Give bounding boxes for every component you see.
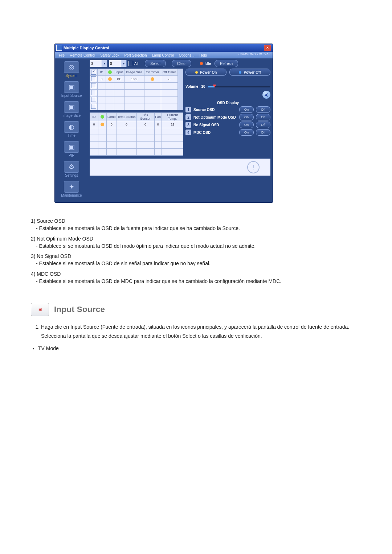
row-checkbox[interactable] <box>91 83 96 88</box>
osd-off-button[interactable]: Off <box>256 129 270 136</box>
menu-port-selection[interactable]: Port Selection <box>122 53 149 57</box>
badge-4: 4 <box>185 130 191 135</box>
sidebar-label: Time <box>56 134 87 138</box>
table-row[interactable] <box>90 135 183 142</box>
item-1-desc: - Establece si se mostrará la OSD de la … <box>31 225 363 232</box>
table-row[interactable]: 0 PC 16:9 ○ <box>90 76 178 83</box>
row-checkbox[interactable] <box>91 97 96 102</box>
tv-mode-bullet: TV Mode <box>38 345 363 352</box>
osd-label: Source OSD <box>193 108 237 112</box>
table-row[interactable]: 0 0 0 0 0 32 <box>90 121 183 128</box>
mode-list: TV Mode <box>31 345 363 352</box>
col-id: ID <box>90 113 98 121</box>
table-row[interactable] <box>90 103 178 110</box>
table-row[interactable] <box>90 97 178 103</box>
speaker-icon-button[interactable]: ◀) <box>262 91 270 99</box>
sidebar-label: Input Source <box>56 94 87 98</box>
table-row[interactable] <box>90 128 183 135</box>
menu-safety-lock[interactable]: Safety Lock <box>98 53 122 57</box>
table-row[interactable] <box>90 83 178 90</box>
cell-id: 0 <box>98 76 106 83</box>
row-checkbox[interactable] <box>91 104 96 109</box>
app-window: Multiple Display Control × File Remote C… <box>54 44 273 203</box>
cell-input: PC <box>114 76 124 83</box>
menu-remote-control[interactable]: Remote Control <box>67 53 98 57</box>
power-off-button[interactable]: Power Off <box>229 69 270 76</box>
cell-temp-status: 0 <box>117 121 136 128</box>
cell-br-sensor: 0 <box>136 121 154 128</box>
id1-value: 0 <box>90 62 102 66</box>
menu-options[interactable]: Options... <box>176 53 197 57</box>
close-button[interactable]: × <box>264 45 271 51</box>
sidebar-label: Image Size <box>56 114 87 118</box>
time-icon: ◐ <box>64 121 79 133</box>
select-button[interactable]: Select <box>145 60 166 67</box>
table-row[interactable] <box>90 90 178 97</box>
sidebar-item-settings[interactable]: ⚙ Settings <box>56 160 87 178</box>
col-check <box>90 69 98 76</box>
table-row[interactable] <box>90 142 183 149</box>
image-size-icon: ▣ <box>64 101 79 113</box>
row-checkbox[interactable] <box>91 76 96 81</box>
volume-label: Volume <box>185 85 198 89</box>
idle-label: Idle <box>205 62 211 66</box>
osd-on-button[interactable]: On <box>239 106 254 113</box>
sidebar-label: Maintenance <box>56 193 87 197</box>
id1-combo[interactable]: 0 ▼ <box>90 60 107 67</box>
power-off-label: Power Off <box>244 70 261 74</box>
sidebar-item-maintenance[interactable]: ✦ Maintenance <box>56 180 87 198</box>
sidebar-item-pip[interactable]: ▣ PIP <box>56 140 87 158</box>
power-on-dot-icon <box>195 71 198 74</box>
sidebar-item-time[interactable]: ◐ Time <box>56 120 87 138</box>
power-on-label: Power On <box>200 70 217 74</box>
id2-combo[interactable]: 0 ▼ <box>109 60 127 67</box>
input-source-icon: ▣ <box>64 81 79 93</box>
header-checkbox[interactable] <box>91 70 96 75</box>
volume-slider[interactable] <box>208 86 270 87</box>
osd-row-no-signal: 3 No Signal OSD On Off <box>185 122 270 128</box>
osd-title: OSD Display <box>185 101 270 105</box>
volume-value: 10 <box>201 85 205 89</box>
osd-off-button[interactable]: Off <box>256 106 270 113</box>
menu-help[interactable]: Help <box>197 53 210 57</box>
osd-off-button[interactable]: Off <box>256 122 270 128</box>
clear-button[interactable]: Clear <box>172 60 191 67</box>
cell-current-temp: 32 <box>162 121 183 128</box>
osd-on-button[interactable]: On <box>239 114 254 120</box>
titlebar: Multiple Display Control × <box>55 44 273 52</box>
table-row[interactable] <box>90 149 183 156</box>
scrollbar[interactable] <box>178 69 183 110</box>
sidebar-label: System <box>56 74 87 78</box>
slider-thumb-icon[interactable] <box>213 85 216 87</box>
settings-icon: ⚙ <box>64 161 79 173</box>
status-icon <box>101 115 104 119</box>
badge-3: 3 <box>185 122 191 128</box>
sidebar-label: PIP <box>56 153 87 157</box>
item-2-title: 2) Not Optimum Mode OSD <box>31 235 363 242</box>
osd-off-button[interactable]: Off <box>256 114 270 120</box>
all-checkbox-group[interactable]: All <box>128 61 138 66</box>
badge-1: 1 <box>185 107 191 112</box>
osd-on-button[interactable]: On <box>239 129 254 136</box>
item-4-title: 4) MDC OSD <box>31 270 363 278</box>
power-on-button[interactable]: Power On <box>185 69 226 76</box>
col-status <box>98 113 107 121</box>
row-checkbox[interactable] <box>91 90 96 95</box>
refresh-button[interactable]: Refresh <box>215 60 238 67</box>
menu-lamp-control[interactable]: Lamp Control <box>150 53 176 57</box>
item-4-desc: - Establece si se mostrará la OSD de MDC… <box>31 278 363 285</box>
item-3-title: 3) No Signal OSD <box>31 253 363 260</box>
osd-on-button[interactable]: On <box>239 122 254 128</box>
all-checkbox[interactable] <box>128 61 133 66</box>
status-table: ID Lamp Temp.Status B/R Sensor Fan Curre… <box>90 112 183 156</box>
menu-file[interactable]: File <box>56 53 67 57</box>
sidebar-item-system[interactable]: ◎ System <box>56 61 87 78</box>
chevron-down-icon[interactable]: ▼ <box>102 60 107 67</box>
item-3-desc: - Establece si se mostrará la OSD de sin… <box>31 260 363 267</box>
section-title: Input Source <box>54 304 105 315</box>
chevron-down-icon[interactable]: ▼ <box>121 60 126 67</box>
osd-row-not-optimum: 2 Not Optimum Mode OSD On Off <box>185 114 270 120</box>
osd-row-source: 1 Source OSD On Off <box>185 106 270 113</box>
sidebar-item-image-size[interactable]: ▣ Image Size <box>56 100 87 118</box>
sidebar-item-input-source[interactable]: ▣ Input Source <box>56 81 87 98</box>
